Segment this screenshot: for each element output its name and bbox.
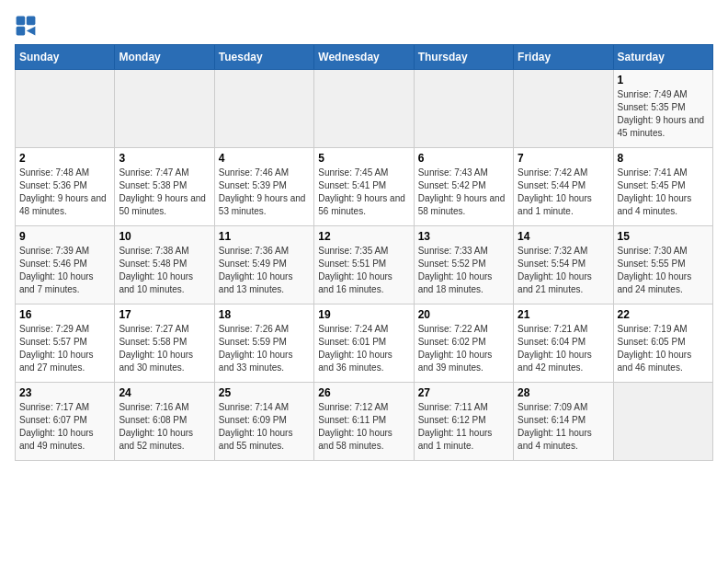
day-number: 5 [318,152,409,165]
day-number: 22 [618,308,709,321]
calendar-cell: 22Sunrise: 7:19 AM Sunset: 6:05 PM Dayli… [613,304,712,383]
day-info: Sunrise: 7:47 AM Sunset: 5:38 PM Dayligh… [119,167,210,218]
calendar-cell: 3Sunrise: 7:47 AM Sunset: 5:38 PM Daylig… [115,148,214,226]
calendar-cell: 27Sunrise: 7:11 AM Sunset: 6:12 PM Dayli… [414,383,513,461]
day-number: 27 [418,386,509,399]
calendar-cell [514,70,613,148]
day-number: 15 [618,230,709,243]
calendar-cell: 6Sunrise: 7:43 AM Sunset: 5:42 PM Daylig… [414,148,513,226]
svg-rect-2 [17,27,26,36]
day-info: Sunrise: 7:24 AM Sunset: 6:01 PM Dayligh… [318,323,409,374]
day-info: Sunrise: 7:46 AM Sunset: 5:39 PM Dayligh… [219,167,310,218]
day-number: 28 [518,386,609,399]
day-number: 7 [518,152,609,165]
day-number: 25 [219,386,310,399]
calendar-cell: 20Sunrise: 7:22 AM Sunset: 6:02 PM Dayli… [414,304,513,383]
calendar-cell: 8Sunrise: 7:41 AM Sunset: 5:45 PM Daylig… [613,148,712,226]
calendar-week-row: 1Sunrise: 7:49 AM Sunset: 5:35 PM Daylig… [16,70,713,148]
day-info: Sunrise: 7:26 AM Sunset: 5:59 PM Dayligh… [219,323,310,374]
calendar-cell: 25Sunrise: 7:14 AM Sunset: 6:09 PM Dayli… [214,383,313,461]
calendar-week-row: 16Sunrise: 7:29 AM Sunset: 5:57 PM Dayli… [16,304,713,383]
day-of-week-header: Sunday [16,45,115,70]
calendar-cell: 10Sunrise: 7:38 AM Sunset: 5:48 PM Dayli… [115,226,214,304]
day-info: Sunrise: 7:11 AM Sunset: 6:12 PM Dayligh… [418,401,509,453]
calendar-week-row: 2Sunrise: 7:48 AM Sunset: 5:36 PM Daylig… [16,148,713,226]
day-info: Sunrise: 7:29 AM Sunset: 5:57 PM Dayligh… [19,323,110,374]
day-info: Sunrise: 7:21 AM Sunset: 6:04 PM Dayligh… [518,323,609,374]
calendar-cell: 12Sunrise: 7:35 AM Sunset: 5:51 PM Dayli… [314,226,414,304]
day-info: Sunrise: 7:14 AM Sunset: 6:09 PM Dayligh… [219,401,310,453]
day-info: Sunrise: 7:17 AM Sunset: 6:07 PM Dayligh… [19,401,110,453]
day-info: Sunrise: 7:45 AM Sunset: 5:41 PM Dayligh… [318,167,409,218]
day-of-week-header: Friday [514,45,613,70]
calendar-cell: 2Sunrise: 7:48 AM Sunset: 5:36 PM Daylig… [16,148,115,226]
calendar-cell: 14Sunrise: 7:32 AM Sunset: 5:54 PM Dayli… [514,226,613,304]
day-info: Sunrise: 7:35 AM Sunset: 5:51 PM Dayligh… [318,245,409,296]
day-of-week-header: Thursday [414,45,513,70]
day-info: Sunrise: 7:36 AM Sunset: 5:49 PM Dayligh… [219,245,310,296]
day-number: 10 [119,230,210,243]
day-info: Sunrise: 7:43 AM Sunset: 5:42 PM Dayligh… [418,167,509,218]
svg-rect-0 [17,17,26,26]
day-of-week-header: Saturday [613,45,712,70]
calendar-body: 1Sunrise: 7:49 AM Sunset: 5:35 PM Daylig… [16,70,713,461]
day-info: Sunrise: 7:09 AM Sunset: 6:14 PM Dayligh… [518,401,609,453]
day-info: Sunrise: 7:12 AM Sunset: 6:11 PM Dayligh… [318,401,409,453]
calendar-cell: 1Sunrise: 7:49 AM Sunset: 5:35 PM Daylig… [613,70,712,148]
calendar-cell: 13Sunrise: 7:33 AM Sunset: 5:52 PM Dayli… [414,226,513,304]
calendar-cell: 28Sunrise: 7:09 AM Sunset: 6:14 PM Dayli… [514,383,613,461]
day-info: Sunrise: 7:39 AM Sunset: 5:46 PM Dayligh… [19,245,110,296]
day-number: 17 [119,308,210,321]
calendar-cell: 5Sunrise: 7:45 AM Sunset: 5:41 PM Daylig… [314,148,414,226]
day-of-week-header: Monday [115,45,214,70]
svg-rect-1 [27,17,36,26]
calendar-cell: 16Sunrise: 7:29 AM Sunset: 5:57 PM Dayli… [16,304,115,383]
calendar-header: SundayMondayTuesdayWednesdayThursdayFrid… [16,45,713,70]
day-info: Sunrise: 7:22 AM Sunset: 6:02 PM Dayligh… [418,323,509,374]
day-info: Sunrise: 7:49 AM Sunset: 5:35 PM Dayligh… [618,88,709,140]
day-info: Sunrise: 7:32 AM Sunset: 5:54 PM Dayligh… [518,245,609,296]
day-info: Sunrise: 7:38 AM Sunset: 5:48 PM Dayligh… [119,245,210,296]
day-number: 2 [19,152,110,165]
day-number: 6 [418,152,509,165]
calendar-cell: 17Sunrise: 7:27 AM Sunset: 5:58 PM Dayli… [115,304,214,383]
day-number: 3 [119,152,210,165]
page-header [15,15,713,37]
day-number: 9 [19,230,110,243]
calendar-cell [414,70,513,148]
day-info: Sunrise: 7:33 AM Sunset: 5:52 PM Dayligh… [418,245,509,296]
logo [15,15,40,37]
calendar-week-row: 23Sunrise: 7:17 AM Sunset: 6:07 PM Dayli… [16,383,713,461]
day-number: 20 [418,308,509,321]
calendar-cell: 11Sunrise: 7:36 AM Sunset: 5:49 PM Dayli… [214,226,313,304]
day-number: 12 [318,230,409,243]
day-of-week-header: Tuesday [214,45,313,70]
calendar-cell: 21Sunrise: 7:21 AM Sunset: 6:04 PM Dayli… [514,304,613,383]
day-info: Sunrise: 7:48 AM Sunset: 5:36 PM Dayligh… [19,167,110,218]
calendar-week-row: 9Sunrise: 7:39 AM Sunset: 5:46 PM Daylig… [16,226,713,304]
calendar-cell: 9Sunrise: 7:39 AM Sunset: 5:46 PM Daylig… [16,226,115,304]
day-number: 26 [318,386,409,399]
calendar-cell: 18Sunrise: 7:26 AM Sunset: 5:59 PM Dayli… [214,304,313,383]
day-number: 19 [318,308,409,321]
calendar-cell: 26Sunrise: 7:12 AM Sunset: 6:11 PM Dayli… [314,383,414,461]
day-info: Sunrise: 7:42 AM Sunset: 5:44 PM Dayligh… [518,167,609,218]
calendar-cell: 15Sunrise: 7:30 AM Sunset: 5:55 PM Dayli… [613,226,712,304]
day-number: 11 [219,230,310,243]
day-number: 4 [219,152,310,165]
calendar-cell: 23Sunrise: 7:17 AM Sunset: 6:07 PM Dayli… [16,383,115,461]
day-number: 18 [219,308,310,321]
day-number: 13 [418,230,509,243]
calendar-cell [613,383,712,461]
day-number: 8 [618,152,709,165]
day-info: Sunrise: 7:19 AM Sunset: 6:05 PM Dayligh… [618,323,709,374]
logo-icon [15,15,37,37]
svg-marker-3 [27,27,36,36]
calendar-table: SundayMondayTuesdayWednesdayThursdayFrid… [15,44,713,461]
calendar-cell [16,70,115,148]
calendar-cell [314,70,414,148]
calendar-cell: 7Sunrise: 7:42 AM Sunset: 5:44 PM Daylig… [514,148,613,226]
calendar-cell [115,70,214,148]
day-number: 1 [618,74,709,86]
day-info: Sunrise: 7:16 AM Sunset: 6:08 PM Dayligh… [119,401,210,453]
